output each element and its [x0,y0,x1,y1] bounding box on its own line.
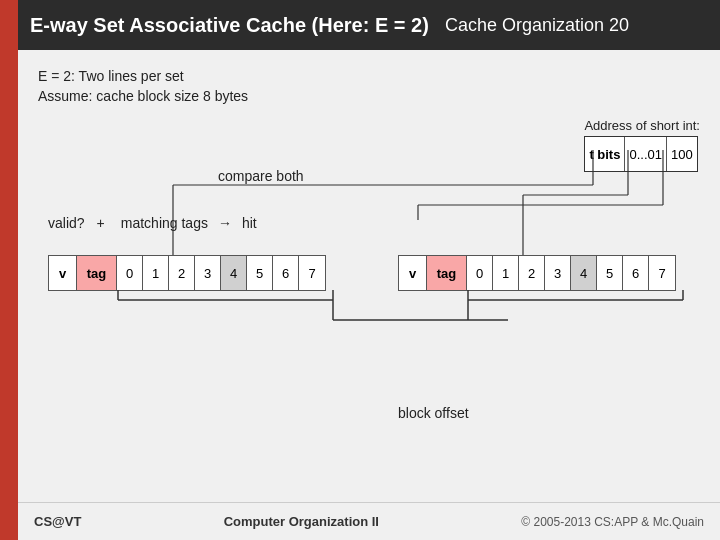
data-cell-2-5: 5 [597,256,623,290]
top-text-block: E = 2: Two lines per set Assume: cache b… [38,68,248,108]
data-cell-2-2: 2 [519,256,545,290]
left-border [0,0,18,540]
data-cell-2-1: 1 [493,256,519,290]
compare-both-label: compare both [218,168,304,184]
v-cell-1: v [49,256,77,290]
tag-cell-2: tag [427,256,467,290]
cache-line-1: v tag 0 1 2 3 4 5 6 7 [48,255,326,291]
tag-cell-1: tag [77,256,117,290]
v-cell-2: v [399,256,427,290]
data-cell-2-3: 3 [545,256,571,290]
header-title: E-way Set Associative Cache (Here: E = 2… [30,14,429,37]
line2: Assume: cache block size 8 bytes [38,88,248,104]
cache-line-2-cells: v tag 0 1 2 3 4 5 6 7 [398,255,676,291]
line1: E = 2: Two lines per set [38,68,248,84]
data-cell-2-6: 6 [623,256,649,290]
data-cell-1-7: 7 [299,256,325,290]
data-cell-2-4: 4 [571,256,597,290]
hit-label: hit [242,215,257,231]
main-content: E = 2: Two lines per set Assume: cache b… [18,50,720,540]
footer-right: © 2005-2013 CS:APP & Mc.Quain [521,515,704,529]
address-box: t bits 0...01 100 [584,136,697,172]
arrow-symbol: → [218,215,232,231]
valid-match-line: valid? + matching tags → hit [48,215,257,231]
block-offset-label: block offset [398,405,469,421]
data-cell-1-3: 3 [195,256,221,290]
value-cell: 100 [667,137,697,171]
data-cell-1-0: 0 [117,256,143,290]
matching-tags-label: matching tags [121,215,208,231]
cache-line-1-cells: v tag 0 1 2 3 4 5 6 7 [48,255,326,291]
valid-label: valid? [48,215,85,231]
address-area: Address of short int: t bits 0...01 100 [584,118,700,172]
plus-sign: + [97,215,105,231]
address-label: Address of short int: [584,118,700,133]
data-cell-2-0: 0 [467,256,493,290]
dots-cell: 0...01 [625,137,667,171]
data-cell-1-1: 1 [143,256,169,290]
header: E-way Set Associative Cache (Here: E = 2… [18,0,720,50]
data-cell-2-7: 7 [649,256,675,290]
footer-left: CS@VT [34,514,81,529]
footer-center: Computer Organization II [224,514,379,529]
data-cell-1-2: 2 [169,256,195,290]
data-cell-1-6: 6 [273,256,299,290]
cache-line-2: v tag 0 1 2 3 4 5 6 7 [398,255,676,291]
header-subtitle: Cache Organization 20 [445,15,629,36]
tbits-cell: t bits [585,137,625,171]
footer: CS@VT Computer Organization II © 2005-20… [18,502,720,540]
data-cell-1-4: 4 [221,256,247,290]
data-cell-1-5: 5 [247,256,273,290]
